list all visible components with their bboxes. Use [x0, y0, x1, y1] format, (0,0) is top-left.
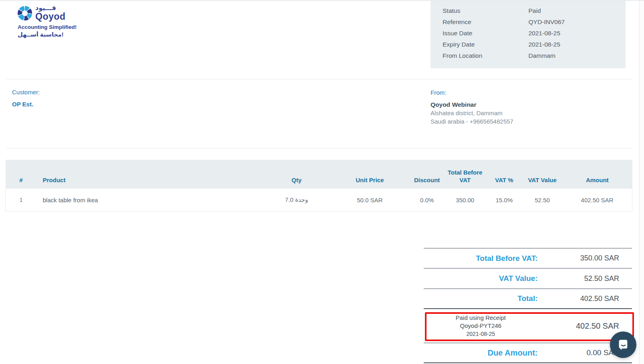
from-location-label: From Location [443, 50, 482, 61]
status-row: Status Paid [431, 5, 626, 16]
table-divider [6, 148, 632, 148]
messenger-icon [616, 338, 630, 352]
col-header-product: Product [37, 160, 264, 189]
qoyod-logo: قـــيود Qoyod Accounting Simplified! محا… [18, 5, 77, 38]
due-amount-row: Due Amount: 0.00 SAR [424, 343, 632, 363]
qoyod-logo-icon [18, 6, 32, 20]
invoice-status-panel: Status Paid Reference QYD-INV067 Issue D… [431, 1, 626, 68]
cell-amount: 402.50 SAR [563, 189, 632, 211]
issue-date-label: Issue Date [443, 28, 472, 39]
status-value: Paid [528, 5, 541, 16]
customer-label: Customer: [12, 89, 40, 96]
page-scrollbar[interactable] [639, 1, 644, 364]
from-location-row: From Location Dammam [431, 50, 626, 61]
vat-value-row: VAT Value: 52.50 SAR [424, 268, 632, 289]
total-row: Total: 402.50 SAR [424, 289, 632, 308]
payment-row: Paid using Receipt Qoyod-PYT246 2021-08-… [424, 308, 632, 343]
from-location-value: Dammam [528, 50, 555, 61]
total-value: 402.50 SAR [538, 295, 632, 303]
status-label: Status [443, 5, 460, 16]
logo-wordmark: Qoyod [35, 12, 65, 21]
vat-value-label: VAT Value: [424, 274, 538, 283]
cell-vat-value: 52.50 [522, 189, 563, 211]
invoice-items-table: # Product Qty Unit Price Discount Total … [5, 160, 632, 211]
issue-date-value: 2021-08-25 [528, 28, 560, 39]
total-before-vat-value: 350.00 SAR [538, 254, 632, 262]
logo-arabic-name: قـــيود [35, 5, 65, 11]
chat-launcher-button[interactable] [610, 331, 636, 358]
expiry-date-value: 2021-08-25 [528, 39, 560, 50]
from-company-name: Qoyod Webinar [431, 100, 513, 109]
reference-label: Reference [443, 16, 471, 28]
from-address-line2: Saudi arabia - +966565482557 [431, 117, 513, 126]
reference-value: QYD-INV067 [528, 16, 565, 28]
due-amount-label: Due Amount: [424, 348, 538, 358]
payment-details: Paid using Receipt Qoyod-PYT246 2021-08-… [424, 314, 538, 338]
total-before-vat-row: Total Before VAT: 350.00 SAR [424, 248, 632, 268]
from-address-line1: Alshatea district, Dammam [431, 109, 513, 117]
col-header-vat-percent: VAT % [486, 160, 522, 189]
logo-tagline-arabic: محاسبة أســهل! [18, 31, 77, 38]
cell-discount: 0.0% [410, 189, 444, 211]
logo-tagline-english: Accounting Simplified! [18, 24, 77, 30]
totals-section: Total Before VAT: 350.00 SAR VAT Value: … [424, 248, 632, 363]
col-header-vat-value: VAT Value [522, 160, 563, 189]
payment-reference: Qoyod-PYT246 [424, 322, 538, 330]
cell-vat-percent: 15.0% [486, 189, 522, 211]
table-row: 1 black table from ikea 7.0 وحدة 50.0 SA… [6, 189, 632, 211]
expiry-date-row: Expiry Date 2021-08-25 [431, 39, 626, 50]
col-header-qty: Qty [264, 160, 330, 189]
issue-date-row: Issue Date 2021-08-25 [431, 28, 626, 39]
customer-name: OP Est. [12, 101, 40, 108]
header-divider [6, 79, 632, 79]
cell-unit-price: 50.0 SAR [330, 189, 410, 211]
customer-section: Customer: OP Est. [12, 89, 40, 108]
col-header-index: # [6, 160, 37, 189]
col-header-amount: Amount [563, 160, 632, 189]
cell-total-before-vat: 350.00 [444, 189, 486, 211]
reference-row: Reference QYD-INV067 [431, 16, 626, 28]
cell-index: 1 [6, 189, 37, 211]
payment-date: 2021-08-25 [424, 330, 538, 338]
total-before-vat-label: Total Before VAT: [424, 254, 538, 263]
payment-method-line: Paid using Receipt [424, 314, 538, 322]
col-header-discount: Discount [410, 160, 444, 189]
payment-amount: 402.50 SAR [538, 321, 632, 331]
vat-value-value: 52.50 SAR [538, 275, 632, 283]
total-label: Total: [424, 294, 538, 303]
expiry-date-label: Expiry Date [443, 39, 475, 50]
invoice-page: قـــيود Qoyod Accounting Simplified! محا… [0, 0, 644, 364]
items-header-row: # Product Qty Unit Price Discount Total … [6, 160, 632, 189]
col-header-total-before-vat: Total Before VAT [444, 160, 486, 189]
cell-qty: 7.0 وحدة [264, 189, 330, 211]
from-label: From: [431, 88, 513, 97]
cell-product: black table from ikea [37, 189, 264, 211]
col-header-unit-price: Unit Price [330, 160, 410, 189]
from-section: From: Qoyod Webinar Alshatea district, D… [431, 88, 513, 126]
